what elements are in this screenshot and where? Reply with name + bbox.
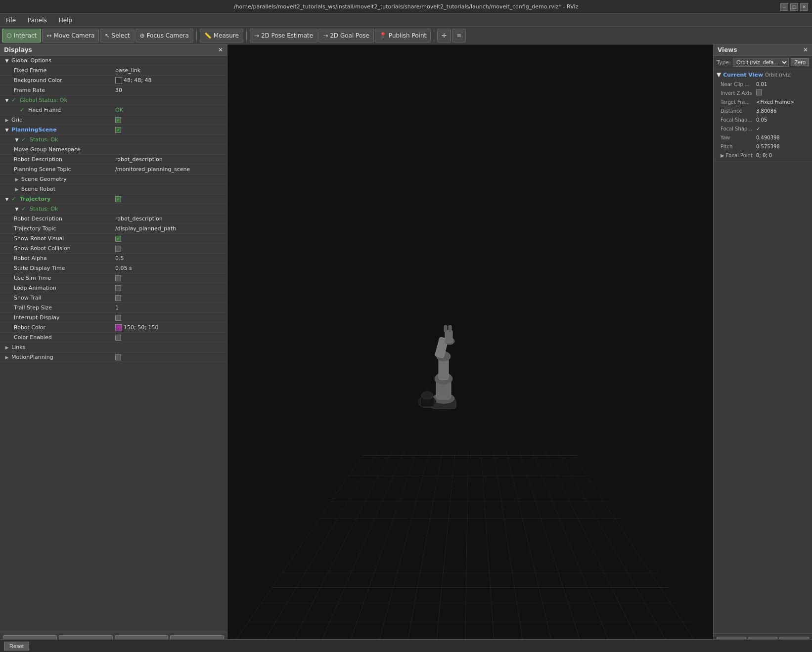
motion-planning-checkbox[interactable]	[115, 354, 121, 360]
select-icon: ↖	[104, 32, 109, 39]
state-display-time-value: 0.05 s	[115, 265, 132, 271]
interact-button[interactable]: ⬡ Interact	[2, 29, 41, 43]
interrupt-display-checkbox[interactable]	[115, 315, 121, 321]
current-view-header[interactable]: ▼ Current View Orbit (rviz)	[717, 71, 809, 78]
traj-robot-desc-label: Robot Description	[14, 216, 62, 222]
close-button[interactable]: ✕	[800, 3, 808, 11]
planning-scene-checkbox[interactable]	[115, 127, 121, 133]
reset-button[interactable]: Reset	[4, 642, 29, 651]
traj-status-row[interactable]: ▼ ✓ Status: Ok	[0, 204, 227, 214]
motion-planning-row[interactable]: ▶ MotionPlanning	[0, 352, 227, 362]
viewport[interactable]: 31 fps	[227, 44, 713, 652]
interact-label: Interact	[13, 32, 37, 39]
invert-z-checkbox[interactable]	[756, 89, 762, 95]
use-sim-time-row[interactable]: Use Sim Time	[0, 273, 227, 283]
ps-topic-row[interactable]: Planning Scene Topic /monitored_planning…	[0, 165, 227, 174]
toolbar: ⬡ Interact ↔ Move Camera ↖ Select ⊕ Focu…	[0, 27, 812, 44]
traj-robot-desc-row[interactable]: Robot Description robot_description	[0, 214, 227, 224]
svg-rect-11	[449, 325, 451, 332]
near-clip-label: Near Clip ...	[717, 82, 756, 87]
ps-topic-value: /monitored_planning_scene	[115, 166, 190, 173]
menu-help[interactable]: Help	[55, 16, 76, 25]
focal-shape1-row: Focal Shap... 0.05	[717, 115, 809, 124]
move-group-ns-row[interactable]: Move Group Namespace	[0, 145, 227, 155]
global-options-row[interactable]: ▼ Global Options	[0, 56, 227, 66]
show-trail-checkbox[interactable]	[115, 295, 121, 301]
views-type-select[interactable]: Orbit (rviz_defa...	[733, 58, 789, 67]
show-robot-visual-checkbox[interactable]	[115, 236, 121, 242]
fixed-frame-value: base_link	[115, 67, 140, 74]
select-label: Select	[112, 32, 130, 39]
displays-close-icon[interactable]: ✕	[218, 46, 223, 53]
displays-panel-header: Displays ✕	[0, 44, 227, 56]
robot-alpha-label: Robot Alpha	[14, 255, 47, 261]
select-button[interactable]: ↖ Select	[100, 29, 134, 43]
menu-panels[interactable]: Panels	[24, 16, 51, 25]
show-robot-visual-row[interactable]: Show Robot Visual	[0, 234, 227, 244]
measure-button[interactable]: 📏 Measure	[200, 29, 243, 43]
views-close-icon[interactable]: ✕	[803, 46, 808, 53]
use-sim-time-checkbox[interactable]	[115, 275, 121, 281]
ps-status-row[interactable]: ▼ ✓ Status: Ok	[0, 135, 227, 145]
planning-scene-row[interactable]: ▼ PlanningScene	[0, 125, 227, 135]
frame-rate-row[interactable]: Frame Rate 30	[0, 86, 227, 95]
views-zero-button[interactable]: Zero	[791, 58, 809, 66]
frame-rate-value: 30	[115, 87, 122, 93]
menu-file[interactable]: File	[2, 16, 20, 25]
fixed-frame-child-row[interactable]: ✓ Fixed Frame OK	[0, 105, 227, 115]
current-view-section: ▼ Current View Orbit (rviz) Near Clip ..…	[714, 69, 812, 162]
trajectory-checkbox[interactable]	[115, 196, 121, 202]
robot-color-swatch[interactable]	[115, 324, 122, 331]
pitch-value: 0.575398	[756, 144, 809, 149]
robot-color-row[interactable]: Robot Color 150; 50; 150	[0, 323, 227, 333]
measure-label: Measure	[214, 32, 239, 39]
color-enabled-checkbox[interactable]	[115, 335, 121, 341]
publish-point-icon: 📍	[379, 32, 387, 39]
grid-row[interactable]: ▶ Grid	[0, 115, 227, 125]
show-robot-collision-row[interactable]: Show Robot Collision	[0, 244, 227, 254]
publish-point-button[interactable]: 📍 Publish Point	[375, 29, 431, 43]
svg-rect-10	[444, 325, 447, 332]
minimize-button[interactable]: −	[780, 3, 788, 11]
loop-animation-row[interactable]: Loop Animation	[0, 283, 227, 293]
move-camera-label: Move Camera	[53, 32, 94, 39]
trajectory-label: Trajectory	[20, 196, 50, 202]
ps-robot-desc-row[interactable]: Robot Description robot_description	[0, 155, 227, 165]
restore-button[interactable]: □	[790, 3, 798, 11]
focus-camera-button[interactable]: ⊕ Focus Camera	[135, 29, 193, 43]
robot-alpha-row[interactable]: Robot Alpha 0.5	[0, 254, 227, 263]
ps-robot-desc-value: robot_description	[115, 156, 163, 163]
move-camera-button[interactable]: ↔ Move Camera	[42, 29, 99, 43]
background-color-swatch[interactable]	[115, 77, 122, 84]
grid-checkbox[interactable]	[115, 117, 121, 123]
background-color-row[interactable]: Background Color 48; 48; 48	[0, 76, 227, 86]
goal-pose-button[interactable]: → 2D Goal Pose	[318, 29, 374, 43]
pose-estimate-button[interactable]: → 2D Pose Estimate	[250, 29, 317, 43]
fixed-frame-row[interactable]: Fixed Frame base_link	[0, 66, 227, 76]
frame-rate-label: Frame Rate	[14, 87, 45, 93]
extra-button[interactable]: ✛	[437, 29, 451, 43]
links-row[interactable]: ▶ Links	[0, 343, 227, 352]
interrupt-display-row[interactable]: Interrupt Display	[0, 313, 227, 323]
trail-step-size-row[interactable]: Trail Step Size 1	[0, 303, 227, 313]
color-enabled-row[interactable]: Color Enabled	[0, 333, 227, 343]
views-panel: Views ✕ Type: Orbit (rviz_defa... Zero ▼…	[713, 44, 812, 652]
loop-animation-checkbox[interactable]	[115, 285, 121, 291]
robot-color-value: 150; 50; 150	[124, 324, 158, 331]
show-robot-collision-checkbox[interactable]	[115, 246, 121, 252]
current-view-type: Orbit (rviz)	[765, 72, 792, 78]
focal-point-expand[interactable]: ▶	[721, 153, 724, 158]
trajectory-row[interactable]: ▼ ✓ Trajectory	[0, 194, 227, 204]
scene-geometry-row[interactable]: ▶ Scene Geometry	[0, 174, 227, 184]
traj-status-check: ✓	[21, 206, 28, 212]
views-type-label: Type:	[717, 59, 731, 66]
global-status-row[interactable]: ▼ ✓ Global Status: Ok	[0, 95, 227, 105]
state-display-time-row[interactable]: State Display Time 0.05 s	[0, 263, 227, 273]
show-trail-row[interactable]: Show Trail	[0, 293, 227, 303]
scene-robot-arrow: ▶	[14, 186, 20, 192]
traj-topic-row[interactable]: Trajectory Topic /display_planned_path	[0, 224, 227, 234]
scene-robot-row[interactable]: ▶ Scene Robot	[0, 184, 227, 194]
pitch-row: Pitch 0.575398	[717, 142, 809, 151]
menu-extra-button[interactable]: ≡	[452, 29, 466, 43]
global-status-label: Global Status: Ok	[20, 97, 67, 103]
